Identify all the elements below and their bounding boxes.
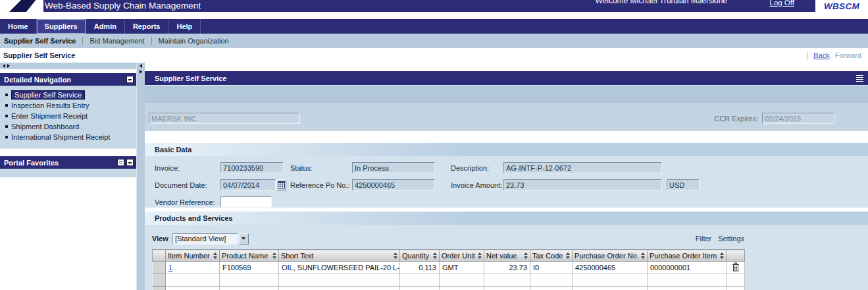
- back-link[interactable]: Back: [813, 51, 829, 59]
- minimize-icon[interactable]: [126, 76, 134, 83]
- filter-link[interactable]: Filter: [696, 235, 711, 243]
- subnav-bid-management[interactable]: Bid Management: [89, 37, 144, 45]
- empty-cell: [648, 274, 727, 287]
- collapse-right-icon[interactable]: [7, 64, 10, 68]
- short-text-cell: OIL, SUNFLOWERSEED PAIL-20 L-F: [279, 262, 400, 274]
- sidebar-item-shipment-dashboard[interactable]: Shipment Dashboard: [3, 121, 134, 132]
- tab-reports[interactable]: Reports: [125, 19, 169, 34]
- sort-icon[interactable]: [720, 252, 724, 259]
- column-label: Purchase Order Item: [650, 252, 717, 260]
- forward-link[interactable]: Forward: [835, 51, 861, 59]
- empty-cell: [727, 274, 745, 287]
- column-header-net-value[interactable]: Net value: [484, 250, 530, 262]
- collapse-left-icon[interactable]: [140, 64, 142, 68]
- empty-cell: [484, 287, 530, 290]
- organization-strip: [145, 86, 868, 104]
- sort-icon[interactable]: [272, 252, 276, 259]
- sidebar-item-inspection-results-entry[interactable]: Inspection Results Entry: [3, 100, 134, 111]
- column-header-short-text[interactable]: Short Text: [279, 250, 400, 262]
- settings-link[interactable]: Settings: [718, 235, 744, 243]
- table-header-row: Item Number Product Name Short Text Quan…: [153, 250, 745, 262]
- sort-icon[interactable]: [478, 252, 482, 259]
- row-selector-cell[interactable]: [153, 262, 166, 274]
- empty-cell: [573, 287, 648, 290]
- reference-po-field[interactable]: [352, 179, 435, 190]
- item-number-link[interactable]: 1: [168, 264, 172, 272]
- sort-icon[interactable]: [524, 252, 528, 259]
- bullet-icon: [5, 104, 8, 107]
- column-label: Short Text: [281, 252, 313, 260]
- description-field[interactable]: [503, 162, 662, 173]
- view-dropdown-button[interactable]: [239, 233, 249, 245]
- panel-divider[interactable]: [136, 63, 145, 290]
- masthead: Web-Based Supply Chain Management Welcom…: [0, 0, 868, 12]
- column-header-order-unit[interactable]: Order Unit: [440, 250, 484, 262]
- log-off-link[interactable]: Log Off: [769, 0, 794, 7]
- sort-icon[interactable]: [433, 252, 437, 259]
- invoice-field[interactable]: [220, 162, 284, 173]
- sidebar-item-enter-shipment-receipt[interactable]: Enter Shipment Receipt: [3, 111, 134, 121]
- tab-admin[interactable]: Admin: [86, 19, 125, 34]
- calendar-button[interactable]: [276, 179, 286, 190]
- separator: [807, 51, 807, 59]
- workspace: Detailed Navigation Supplier Self Servic…: [0, 63, 868, 290]
- sort-icon[interactable]: [566, 252, 570, 259]
- sidebar-item-label: International Shipment Receipt: [11, 133, 110, 141]
- column-label: Net value: [486, 252, 517, 260]
- collapse-right-icon[interactable]: [140, 70, 142, 74]
- net-value-cell: 23.73: [484, 262, 530, 274]
- status-field[interactable]: [352, 162, 435, 173]
- column-header-item-number[interactable]: Item Number: [166, 250, 220, 262]
- empty-cell: [166, 274, 220, 287]
- column-label: Order Unit: [442, 252, 475, 260]
- sort-icon[interactable]: [213, 252, 217, 259]
- document-date-field[interactable]: [220, 179, 276, 190]
- vendor-reference-field[interactable]: [220, 196, 272, 208]
- list-icon[interactable]: [117, 159, 124, 166]
- empty-cell: [400, 274, 440, 287]
- sub-navigation: Supplier Self Service Bid Management Mai…: [0, 34, 868, 48]
- column-header-purchase-order-item[interactable]: Purchase Order Item: [648, 250, 727, 262]
- collapse-left-icon[interactable]: [3, 64, 5, 68]
- minimize-icon[interactable]: [126, 159, 134, 166]
- column-label: Product Name: [222, 252, 268, 260]
- row-selector-header[interactable]: [153, 250, 166, 262]
- ccr-expires-field[interactable]: [762, 113, 834, 124]
- subnav-maintain-organization[interactable]: Maintain Organization: [159, 37, 229, 45]
- detailed-navigation-title: Detailed Navigation: [4, 76, 71, 84]
- empty-cell: [530, 287, 573, 290]
- column-label: Tax Code: [532, 252, 563, 260]
- tab-suppliers[interactable]: Suppliers: [37, 19, 86, 34]
- empty-cell: [648, 287, 727, 290]
- invoice-amount-field[interactable]: [503, 179, 662, 190]
- app-title: Web-Based Supply Chain Management: [45, 1, 201, 11]
- row-selector-cell[interactable]: [153, 274, 166, 287]
- tab-home[interactable]: Home: [0, 19, 37, 34]
- tab-help[interactable]: Help: [168, 19, 201, 34]
- org-name-field[interactable]: [149, 113, 300, 124]
- column-header-purchase-order-no[interactable]: Purchase Order No.: [573, 250, 648, 262]
- view-select-field[interactable]: [172, 233, 238, 245]
- table-row: 1 F100569 OIL, SUNFLOWERSEED PAIL-20 L-F…: [153, 262, 745, 274]
- breadcrumb-bar: Supplier Self Service Back Forward: [0, 48, 868, 63]
- menu-icon[interactable]: [856, 75, 863, 82]
- row-selector-cell[interactable]: [153, 287, 166, 290]
- column-header-product-name[interactable]: Product Name: [220, 250, 279, 262]
- column-label: Purchase Order No.: [574, 252, 639, 260]
- delete-row-button[interactable]: [727, 262, 745, 274]
- column-header-quantity[interactable]: Quantity: [400, 250, 440, 262]
- content-panel-header: Supplier Self Service: [145, 71, 868, 85]
- empty-cell: [400, 287, 440, 290]
- column-label: Item Number: [168, 252, 210, 260]
- products-section-header: Products and Services: [145, 212, 868, 225]
- empty-cell: [166, 287, 220, 290]
- sidebar-item-supplier-self-service[interactable]: Supplier Self Service: [3, 90, 134, 100]
- sidebar-item-international-shipment-receipt[interactable]: International Shipment Receipt: [3, 132, 134, 142]
- currency-field[interactable]: [667, 179, 700, 190]
- sort-icon[interactable]: [641, 252, 645, 259]
- subnav-supplier-self-service[interactable]: Supplier Self Service: [4, 37, 76, 45]
- column-header-tax-code[interactable]: Tax Code: [530, 250, 573, 262]
- sort-icon[interactable]: [394, 252, 397, 259]
- products-area: View Filter Settings: [145, 225, 868, 290]
- invoice-amount-label: Invoice Amount:: [451, 181, 503, 189]
